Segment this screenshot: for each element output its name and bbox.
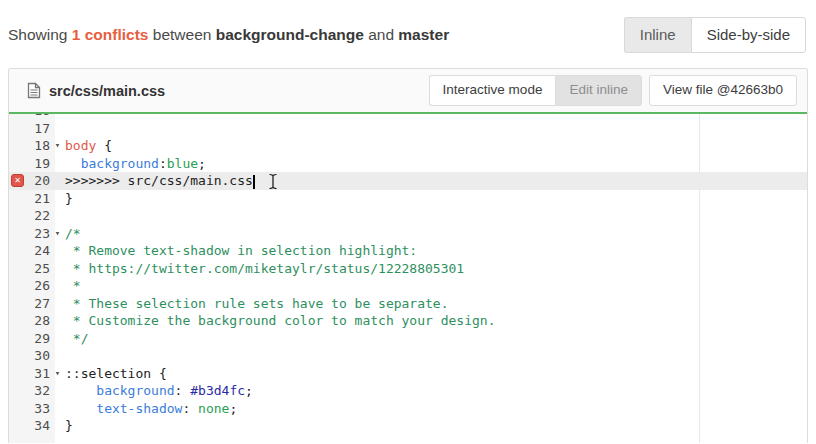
code-text: } xyxy=(65,190,73,208)
gutter-marker-slot xyxy=(9,260,26,278)
fold-arrow-icon[interactable]: ▾ xyxy=(50,365,65,383)
code-line[interactable]: 31▾::selection { xyxy=(9,365,807,383)
target-branch-name: master xyxy=(398,26,449,43)
code-text: * These selection rule sets have to be s… xyxy=(65,295,449,313)
line-number: 23 xyxy=(26,225,50,243)
code-text: /* xyxy=(65,225,81,243)
gutter-marker-slot xyxy=(9,190,26,208)
code-line[interactable]: 21} xyxy=(9,190,807,208)
code-line[interactable]: 17 xyxy=(9,120,807,138)
fold-slot xyxy=(50,400,65,418)
fold-arrow-icon[interactable]: ▾ xyxy=(50,137,65,155)
gutter-marker-slot xyxy=(9,225,26,243)
gutter-marker-slot xyxy=(9,155,26,173)
interactive-mode-button[interactable]: Interactive mode xyxy=(429,75,556,106)
conflict-count: 1 conflicts xyxy=(72,26,149,43)
fold-slot xyxy=(50,277,65,295)
code-text: * https://twitter.com/miketaylr/status/1… xyxy=(65,260,464,278)
code-line[interactable]: 29 */ xyxy=(9,330,807,348)
view-mode-toggle: Inline Side-by-side xyxy=(624,17,806,53)
code-line[interactable]: 24 * Remove text-shadow in selection hig… xyxy=(9,242,807,260)
code-text: >>>>>>> src/css/main.css xyxy=(65,172,278,190)
inline-view-button[interactable]: Inline xyxy=(624,17,691,53)
gutter-marker-slot xyxy=(9,382,26,400)
line-number: 18 xyxy=(26,137,50,155)
line-number: 29 xyxy=(26,330,50,348)
code-lines: 161718▾body {19 background:blue;✕20>>>>>… xyxy=(9,114,807,435)
line-number: 32 xyxy=(26,382,50,400)
fold-slot xyxy=(50,382,65,400)
code-editor[interactable]: 161718▾body {19 background:blue;✕20>>>>>… xyxy=(9,114,807,443)
code-line[interactable]: 22 xyxy=(9,207,807,225)
line-number: 17 xyxy=(26,120,50,138)
code-text: * xyxy=(65,277,81,295)
line-number: 25 xyxy=(26,260,50,278)
code-line[interactable]: 30 xyxy=(9,347,807,365)
file-title: src/css/main.css xyxy=(27,82,165,99)
code-line[interactable]: 26 * xyxy=(9,277,807,295)
line-number: 28 xyxy=(26,312,50,330)
code-text: background: #b3d4fc; xyxy=(65,382,253,400)
code-line[interactable]: 27 * These selection rule sets have to b… xyxy=(9,295,807,313)
code-line[interactable]: 18▾body { xyxy=(9,137,807,155)
fold-slot xyxy=(50,260,65,278)
line-number: 22 xyxy=(26,207,50,225)
fold-slot xyxy=(50,172,65,190)
gutter-marker-slot xyxy=(9,242,26,260)
conflict-error-icon: ✕ xyxy=(9,172,26,190)
fold-slot xyxy=(50,417,65,435)
file-document-icon xyxy=(27,82,41,99)
summary-and: and xyxy=(368,26,394,43)
conflicts-header-bar: Showing 1 conflicts between background-c… xyxy=(0,0,816,68)
code-line[interactable]: 28 * Customize the background color to m… xyxy=(9,312,807,330)
fold-slot xyxy=(50,347,65,365)
line-number: 31 xyxy=(26,365,50,383)
code-line-conflict[interactable]: ✕20>>>>>>> src/css/main.css xyxy=(9,172,807,190)
side-by-side-view-button[interactable]: Side-by-side xyxy=(691,17,806,53)
line-number: 30 xyxy=(26,347,50,365)
gutter-marker-slot xyxy=(9,400,26,418)
gutter-marker-slot xyxy=(9,347,26,365)
code-text: body { xyxy=(65,137,112,155)
code-text: ::selection { xyxy=(65,365,167,383)
fold-arrow-icon[interactable]: ▾ xyxy=(50,225,65,243)
code-text: * Customize the background color to matc… xyxy=(65,312,495,330)
code-line[interactable]: 32 background: #b3d4fc; xyxy=(9,382,807,400)
fold-slot xyxy=(50,330,65,348)
code-text: * Remove text-shadow in selection highli… xyxy=(65,242,417,260)
gutter-marker-slot xyxy=(9,120,26,138)
file-header: src/css/main.css Interactive mode Edit i… xyxy=(9,69,807,112)
code-line[interactable]: 34} xyxy=(9,417,807,435)
gutter-marker-slot xyxy=(9,330,26,348)
text-caret xyxy=(253,175,255,189)
fold-slot xyxy=(50,295,65,313)
code-text: */ xyxy=(65,330,88,348)
gutter-marker-slot xyxy=(9,207,26,225)
fold-slot xyxy=(50,155,65,173)
summary-between: between xyxy=(153,26,212,43)
fold-slot xyxy=(50,207,65,225)
edit-inline-button[interactable]: Edit inline xyxy=(555,75,642,106)
gutter-marker-slot xyxy=(9,365,26,383)
code-line[interactable]: 23▾/* xyxy=(9,225,807,243)
code-line[interactable]: 25 * https://twitter.com/miketaylr/statu… xyxy=(9,260,807,278)
line-number: 20 xyxy=(26,172,50,190)
code-line[interactable]: 33 text-shadow: none; xyxy=(9,400,807,418)
fold-slot xyxy=(50,312,65,330)
conflict-summary: Showing 1 conflicts between background-c… xyxy=(8,26,449,44)
code-line[interactable]: 19 background:blue; xyxy=(9,155,807,173)
resolve-mode-group: Interactive mode Edit inline xyxy=(429,75,642,106)
gutter-marker-slot xyxy=(9,312,26,330)
view-file-button[interactable]: View file @42663b0 xyxy=(649,75,797,106)
summary-prefix: Showing xyxy=(8,26,67,43)
line-number: 33 xyxy=(26,400,50,418)
line-number: 27 xyxy=(26,295,50,313)
code-text: background:blue; xyxy=(65,155,206,173)
line-number: 34 xyxy=(26,417,50,435)
line-number: 24 xyxy=(26,242,50,260)
code-text: text-shadow: none; xyxy=(65,400,237,418)
fold-slot xyxy=(50,242,65,260)
gutter-marker-slot xyxy=(9,417,26,435)
code-text: } xyxy=(65,417,73,435)
fold-slot xyxy=(50,120,65,138)
